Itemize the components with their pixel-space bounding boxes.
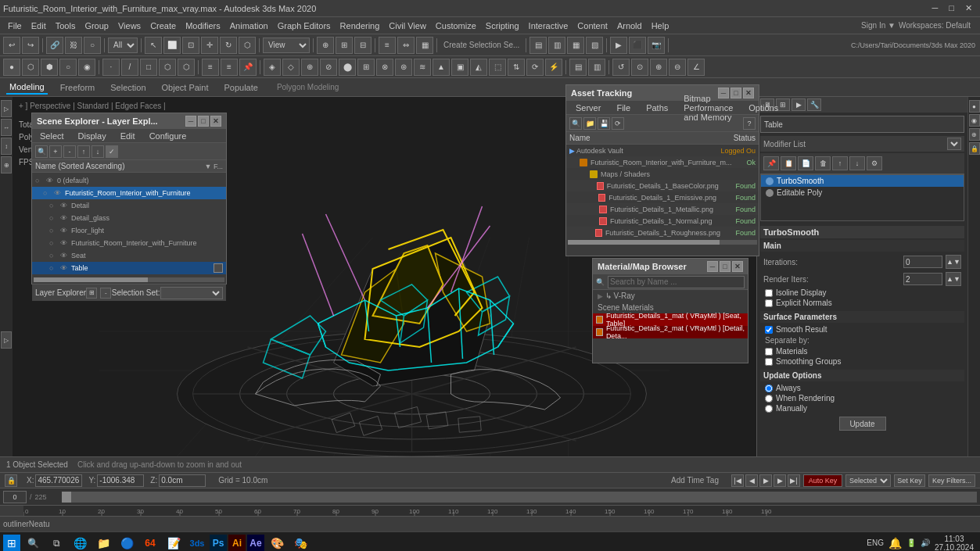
pin-btn[interactable]: 📌 [239,59,257,76]
left-icon-5[interactable]: ▷ [1,331,12,349]
mb-mat-row-2[interactable]: Futuristic_Details_2_mat ( VRayMtl ) [De… [593,326,748,338]
anim-prev-key[interactable]: |◀ [731,474,744,487]
taskbar-explorer[interactable]: 📁 [92,532,114,552]
snap3-btn[interactable]: ⊟ [354,37,372,54]
se-menu-edit[interactable]: Edit [116,130,140,142]
iterations-input[interactable] [903,256,942,268]
undo-btn[interactable]: ↩ [3,37,20,54]
filter-dropdown[interactable]: All [108,38,138,53]
border-btn[interactable]: □ [140,59,157,76]
bridge-btn[interactable]: ⊞ [357,59,375,76]
se-row-0-default[interactable]: ○ 👁 0 (default) [32,174,226,187]
menu-group[interactable]: Group [80,20,113,32]
taskbar-ps[interactable]: Ps [210,535,227,552]
layers3-btn[interactable]: ▦ [567,37,584,54]
at-btn4[interactable]: ⟳ [612,117,624,130]
mod-delete-btn[interactable]: 🗑 [815,156,831,170]
frame-input[interactable] [3,491,27,503]
array-btn[interactable]: ▦ [416,37,433,54]
menu-graph-editors[interactable]: Graph Editors [273,20,336,32]
materials-checkbox[interactable] [765,348,773,356]
by-angle-btn[interactable]: ∠ [687,59,705,76]
render3-btn[interactable]: 📷 [648,37,665,54]
tab-utilities[interactable]: 🔧 [807,98,821,111]
taskbar-notepad[interactable]: 📝 [163,532,185,552]
always-radio[interactable] [765,385,773,392]
timeline-thumb[interactable] [62,492,71,503]
taskbar-chrome[interactable]: 🔵 [116,532,138,552]
scale-btn[interactable]: ⬡ [239,37,256,54]
right-icon-3[interactable]: ⊕ [969,128,980,141]
layers4-btn[interactable]: ▧ [586,37,603,54]
tab-populate[interactable]: Populate [221,81,260,94]
menu-modifiers[interactable]: Modifiers [181,20,225,32]
shrink-btn[interactable]: ⊖ [669,59,686,76]
edge-btn[interactable]: / [121,59,138,76]
link-btn[interactable]: 🔗 [46,37,63,54]
at-btn5[interactable]: ? [743,117,756,130]
at-menu-server[interactable]: Server [571,102,605,114]
vtx-btn[interactable]: · [102,59,120,76]
taskbar-icon14[interactable]: 🎭 [289,532,311,552]
taskbar-taskview[interactable]: ⧉ [45,532,67,552]
set-key-btn[interactable]: Set Key [894,474,925,487]
loop-btn[interactable]: ↺ [612,59,630,76]
taskbar-search[interactable]: 🔍 [22,532,44,552]
se-row-futuristic[interactable]: ○ 👁 Futuristic_Room_Interior_with_Furnit… [32,187,226,199]
menu-customize[interactable]: Customize [431,20,481,32]
view-dropdown[interactable]: View [263,38,310,53]
menu-edit[interactable]: Edit [27,20,51,32]
at-row-file[interactable]: Futuristic_Room_Interior_with_Furniture_… [566,156,759,168]
select-btn[interactable]: ↖ [145,37,162,54]
at-row-img3[interactable]: Futuristic_Details_1_Metallic.png Found [566,203,759,215]
poly-btn2[interactable]: ⬡ [22,59,39,76]
render2-btn[interactable]: ⬛ [629,37,646,54]
at-row-maps[interactable]: Maps / Shaders [566,168,759,180]
menu-interactive[interactable]: Interactive [524,20,573,32]
se-minimize-btn[interactable]: ─ [185,116,196,127]
layers-btn[interactable]: ▤ [529,37,547,54]
iterations-spin[interactable]: ▲▼ [946,255,961,269]
poly-btn5[interactable]: ◉ [78,59,95,76]
se-row-seat[interactable]: ○ 👁 Seat [32,249,226,262]
auto-key-btn[interactable]: Auto Key [803,474,842,487]
at-btn1[interactable]: 🔍 [569,117,582,130]
taskbar-blender[interactable]: 🎨 [266,532,288,552]
mod-copy-btn[interactable]: 📋 [781,156,796,170]
stack2-btn[interactable]: ≡ [221,59,238,76]
extrude-btn[interactable]: ▲ [433,59,450,76]
bevel-btn[interactable]: ◭ [470,59,487,76]
at-btn2[interactable]: 📁 [583,117,596,130]
tab-selection[interactable]: Selection [107,81,149,94]
target-weld-btn[interactable]: ⊛ [395,59,412,76]
taskbar-ai[interactable]: Ai [228,535,246,552]
modifier-turbosmooth[interactable]: TurboSmooth [761,175,964,187]
render-iters-input[interactable] [903,273,942,285]
menu-close[interactable]: ✕ [960,2,977,15]
se-row-futuristic2[interactable]: ○ 👁 Futuristic_Room_Interior_with_Furnit… [32,237,226,249]
z-input[interactable] [159,474,206,487]
mirror-btn[interactable]: ⇔ [397,37,415,54]
mod-pin-btn[interactable]: 📌 [763,156,779,170]
tab-motion[interactable]: ▶ [792,98,806,111]
render-btn[interactable]: ▶ [610,37,627,54]
y-input[interactable] [97,474,144,487]
snap-btn[interactable]: ⊕ [317,37,334,54]
se-tree[interactable]: ○ 👁 0 (default) ○ 👁 Futuristic_Room_Inte… [32,173,226,276]
at-menu-options[interactable]: Options [744,102,783,114]
se-menu-select[interactable]: Select [35,130,69,142]
key-filters-btn[interactable]: Key Filters... [928,474,975,487]
se-menu-display[interactable]: Display [74,130,111,142]
at-menu-paths[interactable]: Paths [641,102,673,114]
se-btn4[interactable]: ↑ [77,145,90,158]
right-icon-2[interactable]: ◉ [969,114,980,127]
mod-move-down-btn[interactable]: ↓ [849,156,865,170]
tab-object-paint[interactable]: Object Paint [159,81,212,94]
taskbar-3dsmax[interactable]: 3ds [186,532,208,552]
mb-restore-btn[interactable]: □ [720,261,731,272]
taskbar-edge[interactable]: 🌐 [69,532,91,552]
object-name-input[interactable] [760,116,964,133]
lock-btn[interactable]: 🔒 [5,474,17,487]
slice-btn[interactable]: ⊘ [320,59,337,76]
mod-move-up-btn[interactable]: ↑ [832,156,848,170]
